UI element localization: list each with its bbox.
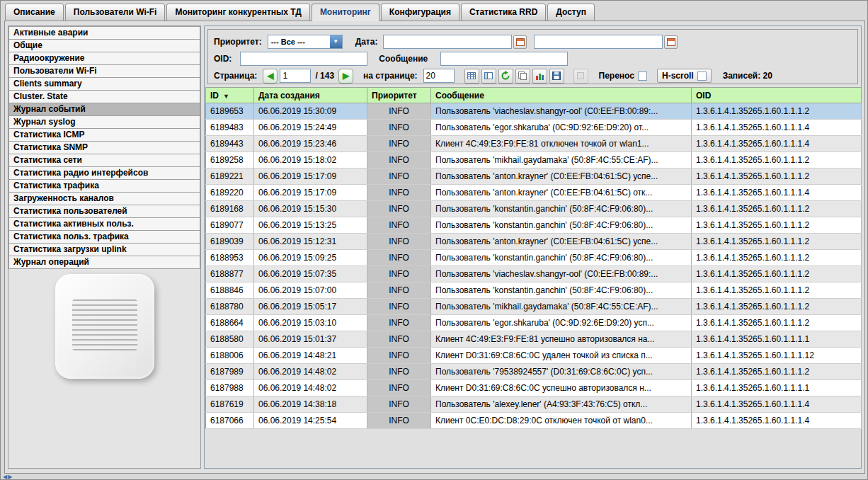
table-row[interactable]: 618798906.06.2019 14:48:02INFOПользовате… (206, 364, 862, 380)
table-row[interactable]: 618916806.06.2019 15:15:30INFOПользовате… (206, 201, 862, 217)
sidebar-item[interactable]: Журнал syslog (8, 115, 200, 129)
save-icon (552, 71, 561, 81)
tab-item[interactable]: Мониторинг (312, 4, 379, 21)
table-row[interactable]: 618878006.06.2019 15:05:17INFOПользовате… (206, 299, 862, 315)
cell-priority: INFO (367, 315, 431, 331)
chevron-down-icon[interactable]: ▼ (330, 35, 342, 48)
sidebar-item[interactable]: Статистика ICMP (8, 128, 200, 142)
cell-message: Пользователь 'konstantin.ganchin' (50:8F… (431, 201, 692, 217)
cell-message: Пользователь 'konstantin.ganchin' (50:8F… (431, 250, 692, 266)
table-row[interactable]: 618922106.06.2019 15:17:09INFOПользовате… (206, 168, 862, 185)
cell-priority: INFO (367, 413, 431, 429)
date-to-calendar-button[interactable] (664, 35, 678, 49)
sidebar-item[interactable]: Пользователи Wi-Fi (8, 64, 200, 78)
cell-message: Клиент 0C:E0:DC:D8:29:0C отключен точкой… (431, 413, 692, 429)
sidebar-item[interactable]: Cluster. State (8, 90, 200, 103)
sidebar-item[interactable]: Статистика SNMP (8, 141, 200, 154)
sidebar-item[interactable]: Статистика пользователей (8, 205, 200, 218)
cell-id: 6188580 (206, 331, 254, 348)
table-row[interactable]: 618944306.06.2019 15:23:46INFOКлиент 4C:… (206, 136, 862, 152)
page-input[interactable] (280, 69, 311, 83)
message-input[interactable] (440, 52, 568, 66)
cell-oid: 1.3.6.1.4.1.35265.1.60.1.1.1.1 (692, 380, 862, 396)
column-header-date[interactable]: Дата создания (254, 88, 367, 103)
scroll-left-icon[interactable]: ◀ (3, 474, 7, 480)
table-row[interactable]: 618887706.06.2019 15:07:35INFOПользовате… (206, 266, 862, 282)
prev-page-button[interactable]: ◀ (263, 69, 278, 84)
date-from-input[interactable] (383, 35, 512, 49)
sidebar-item[interactable]: Загруженность каналов (8, 192, 200, 205)
date-to-input[interactable] (534, 35, 663, 49)
column-header-message[interactable]: Сообщение (431, 88, 692, 103)
device-vents (72, 299, 137, 350)
view-details-button[interactable] (481, 69, 496, 84)
sidebar-item[interactable]: Журнал событий (8, 103, 200, 116)
sidebar-item[interactable]: Активные аварии (8, 26, 200, 40)
horizontal-scrollbar[interactable]: ◀ ▶ (3, 474, 867, 480)
tab-item[interactable]: Конфигурация (381, 4, 459, 21)
filter-panel: Приоритет: --- Все --- ▼ Дата: OID: Сооб… (207, 29, 858, 84)
table-row[interactable]: 618884606.06.2019 15:07:00INFOПользовате… (206, 282, 862, 299)
table-row[interactable]: 618866406.06.2019 15:03:10INFOПользовате… (206, 315, 862, 331)
refresh-button[interactable] (498, 69, 513, 84)
cell-priority: INFO (367, 380, 431, 396)
sidebar-item[interactable]: Статистика сети (8, 154, 200, 167)
table-row[interactable]: 618965306.06.2019 15:30:09INFOПользовате… (206, 103, 862, 120)
wrap-checkbox[interactable] (638, 72, 647, 81)
table-row[interactable]: 618761906.06.2019 14:38:18INFOПользовате… (206, 396, 862, 413)
tab-bar: ОписаниеПользователи Wi-FiМониторинг кон… (5, 4, 595, 21)
sidebar-item[interactable]: Clients summary (8, 77, 200, 91)
sidebar-item[interactable]: Статистика польз. трафика (8, 230, 200, 244)
next-page-button[interactable]: ▶ (338, 69, 353, 84)
table-row[interactable]: 618706606.06.2019 14:25:54INFOКлиент 0C:… (206, 413, 862, 429)
message-label: Сообщение (379, 54, 428, 64)
cell-id: 6188877 (206, 266, 254, 282)
copy-button[interactable] (515, 69, 530, 84)
column-header-oid[interactable]: OID (692, 88, 862, 103)
table-row[interactable]: 618903906.06.2019 15:12:31INFOПользовате… (206, 234, 862, 250)
column-header-priority[interactable]: Приоритет (367, 88, 431, 103)
cell-date: 06.06.2019 15:15:30 (254, 201, 367, 217)
sidebar-item[interactable]: Статистика радио интерфейсов (8, 166, 200, 180)
table-row[interactable]: 618925806.06.2019 15:18:02INFOПользовате… (206, 152, 862, 168)
save-button[interactable] (549, 69, 564, 84)
cell-date: 06.06.2019 14:48:21 (254, 348, 367, 364)
table-row[interactable]: 618948306.06.2019 15:24:49INFOПользовате… (206, 120, 862, 136)
cell-oid: 1.3.6.1.4.1.35265.1.60.1.1.1.2 (692, 364, 862, 380)
cell-priority: INFO (367, 348, 431, 364)
date-from-calendar-button[interactable] (513, 35, 527, 49)
cell-oid: 1.3.6.1.4.1.35265.1.60.1.1.1.2 (692, 201, 862, 217)
sidebar-item[interactable]: Статистика активных польз. (8, 217, 200, 231)
table-row[interactable]: 618907706.06.2019 15:13:25INFOПользовате… (206, 217, 862, 234)
scroll-right-icon[interactable]: ▶ (8, 474, 12, 480)
tab-item[interactable]: Доступ (547, 4, 595, 21)
cell-message: Пользователь 'anton.krayner' (C0:EE:FB:0… (431, 234, 692, 250)
table-row[interactable]: 618858006.06.2019 15:01:37INFOКлиент 4C:… (206, 331, 862, 348)
table-row[interactable]: 618798806.06.2019 14:48:02INFOКлиент D0:… (206, 380, 862, 396)
table-row[interactable]: 618922006.06.2019 15:17:09INFOПользовате… (206, 185, 862, 201)
sidebar-item[interactable]: Журнал операций (8, 256, 200, 269)
sidebar-item[interactable]: Статистика загрузки uplink (8, 243, 200, 256)
cell-oid: 1.3.6.1.4.1.35265.1.60.1.1.1.4 (692, 120, 862, 136)
tab-item[interactable]: Пользователи Wi-Fi (65, 4, 166, 21)
chart-button[interactable] (532, 69, 547, 84)
table-row[interactable]: 618800606.06.2019 14:48:21INFOКлиент D0:… (206, 348, 862, 364)
sidebar-item[interactable]: Статистика трафика (8, 179, 200, 193)
oid-label: OID: (214, 54, 232, 64)
hscroll-checkbox[interactable] (697, 72, 707, 81)
tab-item[interactable]: Описание (5, 4, 64, 21)
sidebar-item[interactable]: Радиоокружение (8, 52, 200, 65)
view-table-button[interactable] (464, 69, 479, 84)
table-row[interactable]: 618895306.06.2019 15:09:25INFOПользовате… (206, 250, 862, 266)
cell-id: 6188664 (206, 315, 254, 331)
sidebar-item[interactable]: Общие (8, 39, 200, 52)
tab-item[interactable]: Мониторинг конкурентных ТД (166, 4, 309, 21)
cell-date: 06.06.2019 15:03:10 (254, 315, 367, 331)
per-page-input[interactable] (423, 69, 455, 83)
priority-select[interactable]: --- Все --- ▼ (268, 35, 343, 49)
oid-input[interactable] (240, 52, 367, 66)
cell-id: 6187988 (206, 380, 254, 396)
cell-date: 06.06.2019 15:05:17 (254, 299, 367, 315)
column-header-id[interactable]: ID▼ (206, 88, 254, 103)
tab-item[interactable]: Статистика RRD (461, 4, 546, 21)
